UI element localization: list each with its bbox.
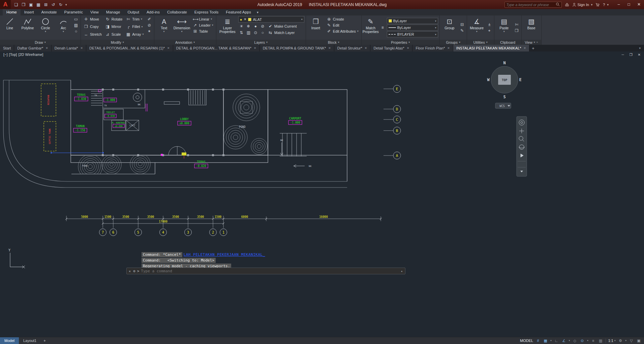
ungroup-icon[interactable]: ⊟ (459, 22, 465, 28)
model-tab[interactable]: Model (0, 337, 19, 344)
panel-label-properties[interactable]: Properties▾ (362, 40, 439, 45)
layer-isolate-icon[interactable]: ⊘ (259, 23, 266, 29)
app-menu-button[interactable]: A (0, 0, 11, 9)
snap-caret-icon[interactable]: ▾ (550, 339, 552, 342)
new-drawing-tab-button[interactable]: + (529, 45, 537, 51)
close-button[interactable]: ✕ (634, 0, 644, 9)
trim-button[interactable]: ✄Trim▾ (124, 16, 145, 22)
panel-label-utilities[interactable]: Utilities▾ (467, 40, 494, 45)
viewport-style-control[interactable]: [2D Wireframe] (18, 53, 43, 57)
hatch-icon[interactable]: ▨ (73, 22, 79, 28)
open-file-icon[interactable]: ❐ (20, 1, 27, 8)
search-icon[interactable] (556, 2, 560, 7)
ribbon-tab-home[interactable]: Home (3, 9, 21, 15)
line-button[interactable]: Line (1, 16, 18, 39)
search-input[interactable] (507, 3, 556, 7)
save-as-icon[interactable]: ▦ (35, 1, 42, 8)
stretch-button[interactable]: ↔Stretch (82, 31, 103, 37)
lineweight-toggle[interactable]: ≡ (591, 339, 596, 343)
ribbon-tab-annotate[interactable]: Annotate (37, 9, 60, 15)
viewport-view-control[interactable]: [Top] (9, 53, 17, 57)
close-tab-icon[interactable]: ✕ (45, 46, 48, 50)
panel-label-view[interactable]: View▾» (522, 40, 541, 45)
layer-lock-icon[interactable]: ● (252, 23, 259, 29)
close-tab-icon[interactable]: ✕ (365, 46, 367, 50)
layer-unisolate-icon[interactable]: ⇅ (238, 30, 245, 35)
id-point-icon[interactable]: ⌖ (486, 28, 493, 34)
doc-tab-start[interactable]: Start (0, 45, 14, 51)
text-button[interactable]: A Text ▾ (156, 16, 173, 39)
transparency-toggle[interactable]: ▥ (598, 339, 603, 343)
close-tab-icon[interactable]: ✕ (254, 46, 256, 50)
layer-freeze-tool-icon[interactable]: ❄ (245, 23, 252, 29)
isodraft-toggle[interactable]: ◇ (572, 339, 577, 343)
drawing-restore-icon[interactable]: ❐ (630, 53, 633, 57)
command-close-icon[interactable]: ✕ (128, 269, 131, 273)
ribbon-tab-express-tools[interactable]: Express Tools (191, 9, 222, 15)
panel-label-annotation[interactable]: Annotation▾ (154, 40, 216, 45)
layer-off-icon[interactable]: ☀ (238, 23, 245, 29)
hyperlink-text[interactable]: LAH PELETAKAN P­EKERJAAN MEKANIKAL_ (184, 252, 265, 257)
layout1-tab[interactable]: Layout1 (19, 337, 41, 344)
layer-dropdown[interactable]: ● ☀ ALAT ▾ (238, 16, 304, 23)
ribbon-tab-collaborate[interactable]: Collaborate (163, 9, 191, 15)
linetype-dropdown[interactable]: BYLAYER ▾ (387, 31, 438, 37)
clean-screen-button[interactable]: ▣ (636, 339, 641, 343)
drawing-close-icon[interactable]: ✕ (638, 53, 641, 57)
make-current-button[interactable]: ✔Make Current (267, 23, 298, 29)
snap-mode-toggle[interactable]: ▦ (543, 339, 548, 343)
sign-in-button[interactable]: Sign In ▾ (572, 3, 593, 7)
ribbon-tab-view[interactable]: View (87, 9, 102, 15)
layer-properties-button[interactable]: ≣ Layer Properties (218, 16, 237, 39)
doc-tab-detail-struktur[interactable]: Detail Struktur*✕ (334, 45, 371, 51)
object-snap-toggle[interactable]: ⊙ (580, 339, 585, 343)
move-button[interactable]: ✛Move (82, 16, 103, 22)
insert-block-button[interactable]: ❒ Insert (307, 16, 324, 39)
doc-tab-daftar-gambar[interactable]: Daftar Gambar*✕ (14, 45, 52, 51)
drawing-minimize-icon[interactable]: ─ (622, 53, 624, 57)
viewport-menu-control[interactable]: [−] (3, 53, 8, 57)
ribbon-tab-addins[interactable]: Add-ins (143, 9, 163, 15)
plot-icon[interactable]: ⊞ (42, 1, 49, 8)
qat-customize-icon[interactable]: ▾ (65, 3, 67, 6)
view-cube[interactable]: TOP N W E S (487, 61, 521, 99)
ortho-toggle[interactable]: ∟ (554, 339, 559, 343)
layer-unlock-icon[interactable]: ○ (259, 30, 266, 35)
ellipse-icon[interactable]: ○ (73, 28, 79, 34)
wcs-selector[interactable]: WCS (495, 103, 511, 108)
rectangle-icon[interactable]: ▭ (73, 16, 79, 22)
polar-tracking-toggle[interactable]: ∠ (561, 339, 566, 343)
navigation-bar[interactable] (517, 116, 527, 176)
copy-button[interactable]: ❒Copy (82, 24, 103, 30)
paste-button[interactable]: ▤ Paste ▾ (496, 16, 513, 39)
panel-label-layers[interactable]: Layers▾ (216, 40, 306, 45)
maximize-button[interactable]: □ (624, 0, 634, 9)
doc-tab-detail-rpompa[interactable]: DETAIL R.POMPA & GROUND TANK*✕ (260, 45, 334, 51)
selection-filter-button[interactable]: ▽ (629, 339, 634, 343)
redo-icon[interactable]: ↻ (57, 1, 64, 8)
new-file-icon[interactable]: ❏ (13, 1, 20, 8)
exchange-search-icon[interactable] (565, 3, 569, 7)
ribbon-tab-insert[interactable]: Insert (21, 9, 38, 15)
doc-tab-detail-potongan-1[interactable]: DETAIL & POTONGAN...NK & RESAPAN (1)*✕ (86, 45, 173, 51)
base-view-button[interactable]: ▧ Base (523, 16, 540, 39)
ribbon-tab-parametric[interactable]: Parametric (61, 9, 87, 15)
panel-label-modify[interactable]: Modify▾ (81, 40, 154, 45)
ribbon-tab-featured-apps[interactable]: Featured Apps (222, 9, 255, 15)
edit-attributes-button[interactable]: ✐Edit Attributes▾ (325, 28, 360, 34)
polar-caret-icon[interactable]: ▾ (569, 339, 570, 342)
panel-label-draw[interactable]: Draw▾ (0, 40, 81, 45)
doc-tab-instalasi-peletakan-mekanikal[interactable]: INSTALASI PELETAKAN MEKANIKAL*✕ (453, 45, 529, 51)
ribbon-tab-manage[interactable]: Manage (102, 9, 124, 15)
leader-button[interactable]: ↗Leader▾ (191, 22, 215, 28)
rotate-button[interactable]: ↻Rotate (104, 16, 124, 22)
grid-display-toggle[interactable]: # (535, 339, 541, 343)
cut-clip-icon[interactable]: ✄ (514, 22, 520, 28)
close-tab-icon[interactable]: ✕ (81, 46, 83, 50)
match-layer-button[interactable]: ⇆Match Layer (267, 30, 296, 35)
close-tab-icon[interactable]: ✕ (447, 46, 450, 50)
model-space-canvas[interactable]: RESAPAN SEPTIC TANK NK NK NK TR TR (0, 58, 644, 337)
command-line[interactable]: ✕ ⚙ > ▴ (126, 268, 405, 274)
app-store-icon[interactable] (595, 3, 600, 7)
quick-calc-icon[interactable]: ± (486, 22, 493, 28)
